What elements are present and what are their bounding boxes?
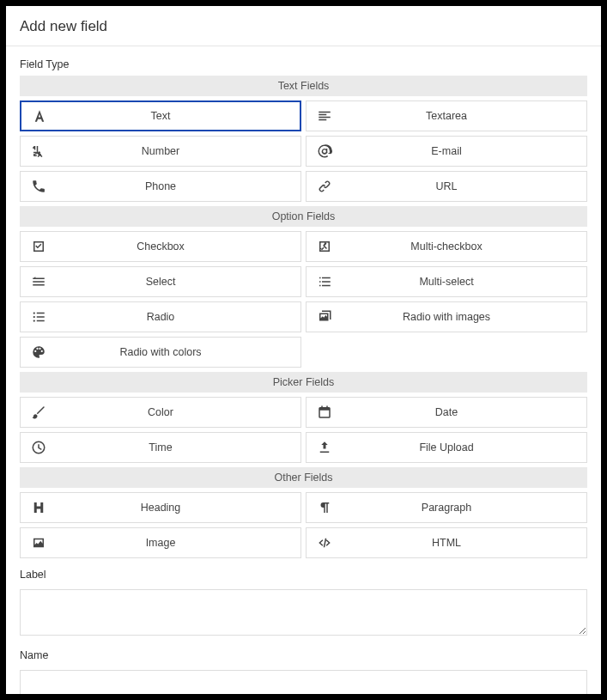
phone-icon [21,179,57,194]
panel-title: Add new field [20,18,587,35]
field-option-image[interactable]: Image [20,527,301,558]
field-option-label: Radio with colors [57,346,300,358]
field-option-grid: HeadingParagraphImageHTML [20,492,587,558]
field-option-label: Radio [57,311,300,323]
field-option-label: Textarea [343,110,586,122]
name-field-label: Name [20,649,587,661]
field-option-heading[interactable]: Heading [20,492,301,523]
field-option-email[interactable]: E-mail [306,136,587,167]
field-option-label: Image [57,537,300,549]
field-option-select[interactable]: Select [20,266,301,297]
field-option-multi-checkbox[interactable]: Multi-checkbox [306,231,587,262]
field-option-label: Radio with images [343,311,586,323]
calendar-icon [307,405,343,420]
list-dot-icon [21,309,57,325]
field-option-textarea[interactable]: Textarea [306,100,587,131]
field-option-number[interactable]: Number [20,136,301,167]
clock-icon [21,440,57,455]
field-option-label: Text [58,110,300,122]
field-option-label: Date [343,406,586,418]
field-option-paragraph[interactable]: Paragraph [306,492,587,523]
link-icon [307,179,343,194]
field-option-radio-colors[interactable]: Radio with colors [20,337,301,368]
name-input[interactable] [20,670,587,694]
image-icon [21,535,57,551]
field-option-label: Select [57,276,300,288]
list-ul-icon [307,274,343,289]
field-option-time[interactable]: Time [20,432,301,463]
field-option-label: Paragraph [343,502,586,514]
check-square-icon [21,239,57,254]
field-option-url[interactable]: URL [306,171,587,202]
field-option-label: Number [57,145,300,157]
group-header: Picker Fields [20,372,587,393]
font-icon [21,108,58,124]
field-option-label: E-mail [343,145,586,157]
field-option-color[interactable]: Color [20,397,301,428]
upload-icon [307,440,343,455]
group-header: Text Fields [20,76,587,96]
brush-icon [21,405,57,420]
group-header: Other Fields [20,467,587,488]
field-option-label: Checkbox [57,240,300,253]
field-option-html[interactable]: HTML [306,527,587,558]
field-option-label: Time [57,441,300,453]
field-type-label: Field Type [20,58,587,70]
align-left-icon [307,108,343,124]
pilcrow-icon [307,500,343,515]
panel-header: Add new field [6,6,601,46]
panel-body: Field Type Text FieldsTextTextareaNumber… [6,46,601,694]
field-option-grid: CheckboxMulti-checkboxSelectMulti-select… [20,231,587,368]
field-option-grid: ColorDateTimeFile Upload [20,397,587,463]
field-option-text[interactable]: Text [20,100,301,131]
at-icon [307,143,343,159]
numeric-icon [21,143,57,159]
images-icon [307,309,343,325]
field-option-label: Multi-select [343,276,586,288]
field-option-multi-select[interactable]: Multi-select [306,266,587,297]
field-option-label: URL [343,180,586,192]
field-option-checkbox[interactable]: Checkbox [20,231,301,262]
field-option-radio[interactable]: Radio [20,301,301,332]
palette-icon [21,344,57,360]
code-icon [307,535,343,551]
field-option-label: Heading [57,502,300,514]
field-option-grid: TextTextareaNumberE-mailPhoneURL [20,100,587,202]
field-option-label: File Upload [343,441,586,453]
field-option-phone[interactable]: Phone [20,171,301,202]
field-option-label: HTML [343,537,586,549]
group-header: Option Fields [20,206,587,227]
field-option-radio-images[interactable]: Radio with images [306,301,587,332]
field-option-label: Color [57,406,300,418]
add-field-panel: Add new field Field Type Text FieldsText… [6,6,601,694]
field-option-label: Multi-checkbox [343,240,586,253]
check-square-o-icon [307,239,343,254]
label-field-label: Label [20,569,587,581]
list-alt-icon [21,274,57,289]
heading-icon [21,500,57,515]
label-input[interactable] [20,589,587,636]
field-option-date[interactable]: Date [306,397,587,428]
field-option-upload[interactable]: File Upload [306,432,587,463]
field-option-label: Phone [57,180,300,192]
